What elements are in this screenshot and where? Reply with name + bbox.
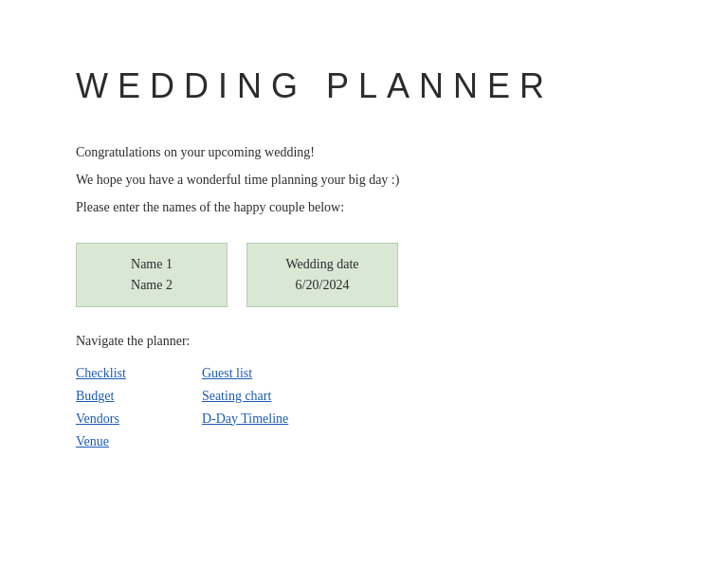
wedding-date-label: Wedding date: [276, 257, 369, 272]
wedding-date-value: 6/20/2024: [276, 278, 369, 293]
intro-line-3: Please enter the names of the happy coup…: [76, 195, 652, 219]
intro-section: Congratulations on your upcoming wedding…: [76, 140, 652, 220]
nav-link-seating-chart[interactable]: Seating chart: [202, 389, 288, 404]
nav-link-venue[interactable]: Venue: [76, 434, 126, 449]
nav-link-dday-timeline[interactable]: D-Day Timeline: [202, 412, 288, 427]
nav-left-column: Checklist Budget Vendors Venue: [76, 366, 126, 449]
names-box: Name 1 Name 2: [76, 243, 228, 307]
nav-link-guest-list[interactable]: Guest list: [202, 366, 288, 381]
nav-right-column: Guest list Seating chart D-Day Timeline: [202, 366, 288, 449]
nav-link-checklist[interactable]: Checklist: [76, 366, 126, 381]
name2-label: Name 2: [105, 278, 198, 293]
navigate-label: Navigate the planner:: [76, 334, 652, 349]
info-boxes: Name 1 Name 2 Wedding date 6/20/2024: [76, 243, 652, 307]
nav-link-budget[interactable]: Budget: [76, 389, 126, 404]
page-title: WEDDING PLANNER: [76, 66, 652, 106]
date-box: Wedding date 6/20/2024: [246, 243, 398, 307]
name1-label: Name 1: [105, 257, 198, 272]
intro-line-2: We hope you have a wonderful time planni…: [76, 168, 652, 192]
intro-line-1: Congratulations on your upcoming wedding…: [76, 140, 652, 164]
nav-link-vendors[interactable]: Vendors: [76, 412, 126, 427]
nav-links: Checklist Budget Vendors Venue Guest lis…: [76, 366, 652, 449]
